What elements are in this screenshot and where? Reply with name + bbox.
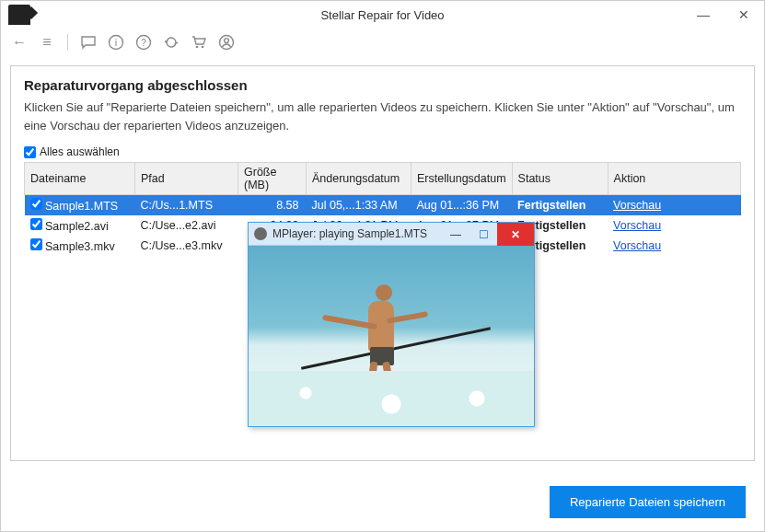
info-icon[interactable]: i [107,33,125,52]
cell-moddate: Jul 05,...1:33 AM [307,195,411,216]
cell-path: C:/Use...e3.mkv [135,236,238,256]
mplayer-minimize-button[interactable]: — [442,223,469,246]
select-all[interactable]: Alles auswählen [24,145,741,158]
table-header-row: Dateiname Pfad Größe (MB) Änderungsdatum… [25,163,741,195]
col-moddate[interactable]: Änderungsdatum [307,163,411,195]
toolbar: ← ≡ i ? [1,29,764,56]
cell-filename: Sample2.avi [45,220,109,233]
table-row[interactable]: Sample1.MTS C:/Us...1.MTS 8.58 Jul 05,..… [25,195,741,216]
mplayer-window[interactable]: MPlayer: playing Sample1.MTS — ☐ ✕ [248,222,535,427]
cell-filename: Sample3.mkv [45,240,115,253]
col-action[interactable]: Aktion [608,163,740,195]
back-icon[interactable]: ← [10,33,29,52]
preview-link[interactable]: Vorschau [613,219,661,232]
col-path[interactable]: Pfad [135,163,238,195]
mplayer-video [249,246,534,426]
svg-point-4 [196,46,199,49]
cell-createdate: Aug 01...:36 PM [411,195,513,216]
titlebar: Stellar Repair for Video — ✕ [1,1,764,29]
menu-icon[interactable]: ≡ [38,33,56,52]
mplayer-titlebar[interactable]: MPlayer: playing Sample1.MTS — ☐ ✕ [249,223,534,246]
mplayer-maximize-button[interactable]: ☐ [469,223,497,246]
footer: Reparierte Dateien speichern [550,486,746,518]
cell-path: C:/Us...1.MTS [135,195,238,216]
svg-point-7 [225,39,229,43]
cell-filename: Sample1.MTS [45,200,118,213]
preview-link[interactable]: Vorschau [613,239,661,252]
close-button[interactable]: ✕ [724,1,764,29]
cell-status: Fertigstellen [512,195,608,216]
col-status[interactable]: Status [512,163,608,195]
mplayer-title: MPlayer: playing Sample1.MTS [272,227,427,240]
row-checkbox[interactable] [30,238,42,250]
select-all-checkbox[interactable] [24,146,36,158]
svg-text:?: ? [141,38,146,48]
minimize-button[interactable]: — [683,1,724,29]
preview-link[interactable]: Vorschau [613,199,661,212]
help-icon[interactable]: ? [134,33,153,52]
row-checkbox[interactable] [30,198,42,210]
col-filename[interactable]: Dateiname [25,163,135,195]
toolbar-separator [67,34,68,51]
svg-text:i: i [115,37,117,48]
window-title: Stellar Repair for Video [1,8,764,22]
mplayer-icon [254,227,267,240]
cell-size: 8.58 [238,195,307,216]
chat-icon[interactable] [79,33,98,52]
select-all-label: Alles auswählen [40,145,120,158]
row-checkbox[interactable] [30,218,42,230]
col-size[interactable]: Größe (MB) [238,163,307,195]
cart-icon[interactable] [190,33,208,52]
subtext: Klicken Sie auf "Reparierte Dateien spei… [24,98,741,134]
user-icon[interactable] [217,33,236,52]
mplayer-close-button[interactable]: ✕ [497,223,534,246]
refresh-icon[interactable] [162,33,180,52]
heading: Reparaturvorgang abgeschlossen [24,77,741,93]
save-repaired-button[interactable]: Reparierte Dateien speichern [550,486,746,518]
svg-point-5 [202,46,204,49]
cell-path: C:/Use...e2.avi [135,215,238,236]
col-createdate[interactable]: Erstellungsdatum [411,163,513,195]
